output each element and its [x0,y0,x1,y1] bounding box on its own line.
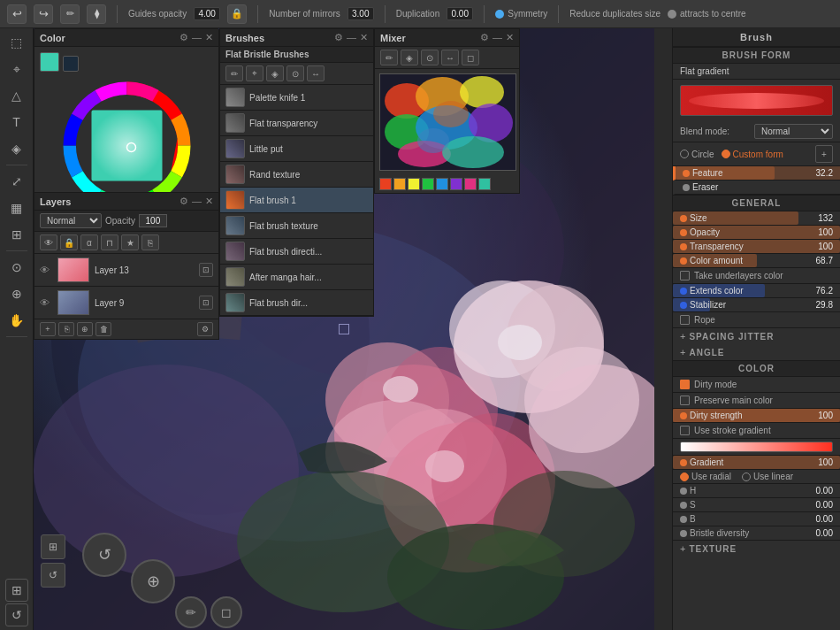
brush-list-item-selected[interactable]: Flat brush 1 [220,188,373,213]
mixer-swatch[interactable] [464,178,477,190]
mixer-swatch[interactable] [478,178,491,190]
opacity-value[interactable]: 100 [808,227,833,237]
mixer-canvas[interactable] [379,73,516,171]
brush-list-item[interactable]: Rand texture [220,162,373,188]
layers-settings-icon[interactable]: ⚙ [179,196,188,207]
angle-section-row[interactable]: + ANGLE [673,344,840,360]
mixer-swatch[interactable] [379,178,392,190]
blend-mode-select[interactable]: Normal [40,213,102,228]
transparency-value[interactable]: 100 [808,242,833,251]
sidebar-icon-shape[interactable]: △ [4,83,29,108]
layer-copy-btn[interactable]: ⎘ [141,234,159,250]
redo-button[interactable]: ↪ [34,4,53,24]
brush-tool-1[interactable]: ✏ [225,65,243,81]
h-value[interactable]: 0.00 [808,486,833,496]
use-stroke-gradient-checkbox[interactable] [680,426,690,435]
preserve-main-checkbox[interactable] [680,396,690,405]
layer-alpha-lock[interactable]: ⊡ [199,263,213,277]
use-radial-radio[interactable]: Use radial [680,472,731,481]
mixer-minimize-icon[interactable]: — [493,32,502,43]
b-value[interactable]: 0.00 [808,514,833,524]
take-underlayers-checkbox[interactable] [680,271,690,280]
mixer-swatch[interactable] [393,178,406,190]
merge-layer-btn[interactable]: ⊕ [77,322,93,336]
duplication-value[interactable]: 0.00 [447,7,473,20]
brush-category[interactable]: Flat Bristle Brushes [220,47,373,63]
color-settings-icon[interactable]: ⚙ [179,32,188,43]
sidebar-icon-pan[interactable]: ✋ [4,308,29,333]
undo-button[interactable]: ↩ [7,4,27,24]
mixer-tool-4[interactable]: ↔ [441,50,459,65]
color-minimize-icon[interactable]: — [192,32,202,43]
size-value[interactable]: 132 [808,213,833,223]
sidebar-icon-fill[interactable]: ◈ [4,136,29,161]
mixer-tool-3[interactable]: ⊙ [421,50,439,65]
layer-alpha-lock[interactable]: ⊡ [199,296,213,310]
layer-eye-icon[interactable]: 👁 [40,297,52,308]
brush-tool-4[interactable]: ⊙ [286,65,304,81]
brush-tool-2[interactable]: ⌖ [246,65,263,81]
mirror-button[interactable]: ⧫ [87,4,106,24]
color-close-icon[interactable]: ✕ [205,32,213,43]
layer-alpha-btn[interactable]: α [80,234,98,250]
sidebar-icon-new-canvas[interactable]: ⊞ [5,579,28,602]
guides-opacity-value[interactable]: 4.00 [194,7,220,20]
layer-item[interactable]: 👁 Layer 13 ⊡ [34,254,218,287]
layer-settings-btn[interactable]: ⚙ [197,322,213,336]
brush-list-item[interactable]: After manga hair... [220,265,373,290]
dirty-strength-value[interactable]: 100 [808,411,833,420]
mixer-swatch[interactable] [436,178,448,190]
bottom-tool-1[interactable]: ⊞ [41,534,65,559]
brush-tool-5[interactable]: ↔ [307,65,325,81]
brush-list-item[interactable]: Flat brush texture [220,213,373,239]
sidebar-icon-gradient[interactable]: ▦ [4,196,29,220]
mixer-tool-5[interactable]: ◻ [462,50,479,65]
extends-color-value[interactable]: 76.2 [808,286,833,296]
brush-list-item[interactable]: Little put [220,136,373,162]
layers-close-icon[interactable]: ✕ [205,196,213,207]
brush-list-item[interactable]: Flat brush directi... [220,239,373,265]
mixer-tool-1[interactable]: ✏ [380,50,398,65]
lock-button[interactable]: 🔒 [227,4,247,24]
brush-circle-tool[interactable]: ✏ [175,596,207,628]
undo-circle-tool[interactable]: ↺ [82,533,126,577]
mixer-swatch[interactable] [450,178,462,190]
layer-eye-icon[interactable]: 👁 [40,265,52,275]
gradient-value[interactable]: 100 [808,457,833,467]
stabilizer-value[interactable]: 29.8 [808,300,833,310]
rope-checkbox[interactable] [680,315,690,325]
mixer-swatch[interactable] [408,178,420,190]
spacing-section-row[interactable]: + SPACING JITTER [673,328,840,344]
custom-form-radio[interactable]: Custom form [722,150,783,159]
delete-layer-btn[interactable]: 🗑 [95,322,111,336]
layer-star-btn[interactable]: ★ [121,234,139,250]
layer-eye-btn[interactable]: 👁 [40,234,57,250]
color-amount-value[interactable]: 68.7 [808,256,833,265]
sidebar-icon-zoom[interactable]: ⊕ [4,281,29,306]
layer-item[interactable]: 👁 Layer 9 ⊡ [34,287,218,319]
bottom-tool-2[interactable]: ↺ [41,563,65,588]
gradient-bar[interactable] [680,442,833,452]
dirty-mode-checkbox[interactable] [680,380,690,389]
duplicate-layer-btn[interactable]: ⎘ [58,322,74,336]
mixer-swatch[interactable] [422,178,434,190]
texture-section-row[interactable]: + TEXTURE [673,541,840,557]
sidebar-icon-crop[interactable]: ⊞ [4,222,29,247]
circle-radio[interactable]: Circle [680,150,714,159]
sidebar-icon-undo-circle[interactable]: ↺ [5,603,28,626]
color-swatch-bg[interactable] [63,56,79,72]
mixer-tool-2[interactable]: ◈ [401,50,418,65]
sidebar-icon-transform[interactable]: ⤢ [4,169,29,194]
brush-list-item[interactable]: Flat brush dir... [220,290,373,316]
bristle-diversity-value[interactable]: 0.00 [808,528,833,538]
layer-clipping-btn[interactable]: ⊓ [101,234,118,250]
opacity-input[interactable] [139,214,167,227]
layer-lock-btn[interactable]: 🔒 [60,234,78,250]
sidebar-icon-select[interactable]: ⬚ [4,30,29,55]
brush-tool-3[interactable]: ◈ [266,65,284,81]
mixer-settings-icon[interactable]: ⚙ [480,32,489,43]
brushes-settings-icon[interactable]: ⚙ [334,32,343,43]
sidebar-icon-eyedrop[interactable]: ⊙ [4,255,29,280]
sidebar-icon-lasso[interactable]: ⌖ [4,57,29,81]
eraser-circle-tool[interactable]: ◻ [210,596,242,628]
